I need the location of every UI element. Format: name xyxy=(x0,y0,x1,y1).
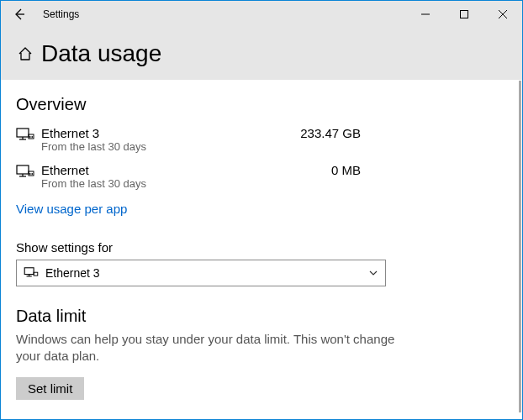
network-name: Ethernet xyxy=(41,163,260,177)
network-subtitle: From the last 30 days xyxy=(41,140,260,153)
close-icon xyxy=(499,10,507,18)
chevron-down-icon xyxy=(368,268,378,278)
title-bar: Settings xyxy=(1,1,522,28)
set-limit-button[interactable]: Set limit xyxy=(16,377,84,400)
arrow-left-icon xyxy=(13,8,26,21)
data-limit-heading: Data limit xyxy=(16,307,502,326)
ethernet-icon xyxy=(24,267,39,279)
ethernet-icon xyxy=(16,126,41,146)
overview-heading: Overview xyxy=(16,95,502,114)
scrollbar[interactable] xyxy=(519,81,521,412)
select-value: Ethernet 3 xyxy=(45,266,368,280)
network-select[interactable]: Ethernet 3 xyxy=(16,260,386,286)
network-subtitle: From the last 30 days xyxy=(41,177,260,190)
network-usage: 0 MB xyxy=(260,163,361,177)
page-header: Data usage xyxy=(1,28,522,80)
back-button[interactable] xyxy=(1,1,38,28)
network-row: Ethernet 3 From the last 30 days 233.47 … xyxy=(16,123,502,160)
maximize-icon xyxy=(460,10,468,18)
svg-rect-11 xyxy=(17,165,29,174)
network-row: Ethernet From the last 30 days 0 MB xyxy=(16,160,502,197)
page-title: Data usage xyxy=(41,40,161,67)
close-button[interactable] xyxy=(483,1,522,28)
svg-rect-1 xyxy=(461,11,468,18)
home-icon[interactable] xyxy=(18,46,33,61)
view-usage-per-app-link[interactable]: View usage per app xyxy=(16,202,127,216)
maximize-button[interactable] xyxy=(445,1,483,28)
app-name: Settings xyxy=(43,8,79,20)
show-settings-for-label: Show settings for xyxy=(16,240,502,255)
network-usage: 233.47 GB xyxy=(260,126,361,140)
window-controls xyxy=(406,1,522,28)
data-limit-description: Windows can help you stay under your dat… xyxy=(16,331,420,365)
network-name: Ethernet 3 xyxy=(41,126,260,140)
svg-rect-18 xyxy=(24,268,34,275)
ethernet-icon xyxy=(16,163,41,183)
svg-rect-4 xyxy=(17,129,29,137)
minimize-icon xyxy=(421,10,430,18)
svg-rect-21 xyxy=(34,272,38,276)
minimize-button[interactable] xyxy=(406,1,445,28)
content-area: Overview Ethernet 3 From the last 30 day… xyxy=(1,80,522,400)
